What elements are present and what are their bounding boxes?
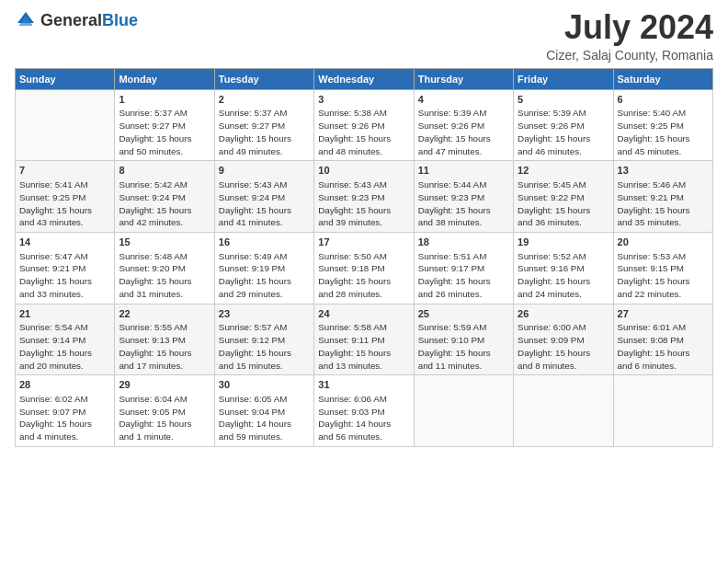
day-info: Sunrise: 5:57 AMSunset: 9:12 PMDaylight:… [219,321,310,372]
calendar-day-cell: 5Sunrise: 5:39 AMSunset: 9:26 PMDaylight… [514,89,613,161]
weekday-header-sunday: Sunday [16,68,115,89]
weekday-header-wednesday: Wednesday [314,68,414,89]
day-number: 11 [418,164,509,178]
day-info: Sunrise: 5:53 AMSunset: 9:15 PMDaylight:… [618,250,709,301]
calendar-page: GeneralBlue July 2024 Cizer, Salaj Count… [0,0,728,563]
day-number: 29 [119,378,210,392]
day-info: Sunrise: 5:38 AMSunset: 9:26 PMDaylight:… [318,107,409,157]
calendar-day-cell: 28Sunrise: 6:02 AMSunset: 9:07 PMDayligh… [16,375,115,447]
day-number: 18 [418,236,509,249]
day-number: 22 [119,307,210,321]
day-number: 2 [219,93,310,107]
day-info: Sunrise: 5:46 AMSunset: 9:21 PMDaylight:… [618,178,709,229]
empty-cell [613,375,712,447]
day-number: 23 [219,307,310,321]
day-info: Sunrise: 5:41 AMSunset: 9:25 PMDaylight:… [19,178,110,229]
title-block: July 2024 Cizer, Salaj County, Romania [546,9,713,63]
calendar-day-cell: 2Sunrise: 5:37 AMSunset: 9:27 PMDaylight… [214,89,313,161]
day-number: 4 [418,93,509,107]
day-info: Sunrise: 5:51 AMSunset: 9:17 PMDaylight:… [418,250,509,301]
day-info: Sunrise: 6:00 AMSunset: 9:09 PMDaylight:… [518,321,609,372]
day-info: Sunrise: 5:49 AMSunset: 9:19 PMDaylight:… [219,250,310,301]
weekday-header-friday: Friday [514,68,613,89]
calendar-day-cell: 9Sunrise: 5:43 AMSunset: 9:24 PMDaylight… [214,161,313,233]
empty-cell [414,375,513,447]
day-info: Sunrise: 5:55 AMSunset: 9:13 PMDaylight:… [119,321,210,372]
calendar-table: SundayMondayTuesdayWednesdayThursdayFrid… [15,68,713,447]
calendar-day-cell: 1Sunrise: 5:37 AMSunset: 9:27 PMDaylight… [115,89,214,161]
calendar-day-cell: 3Sunrise: 5:38 AMSunset: 9:26 PMDaylight… [314,89,414,161]
day-info: Sunrise: 6:02 AMSunset: 9:07 PMDaylight:… [19,393,110,443]
day-number: 5 [518,93,609,107]
day-info: Sunrise: 6:05 AMSunset: 9:04 PMDaylight:… [219,393,310,443]
calendar-day-cell: 22Sunrise: 5:55 AMSunset: 9:13 PMDayligh… [115,304,214,375]
calendar-day-cell: 19Sunrise: 5:52 AMSunset: 9:16 PMDayligh… [514,232,613,304]
day-info: Sunrise: 5:42 AMSunset: 9:24 PMDaylight:… [119,178,210,229]
calendar-week-row: 28Sunrise: 6:02 AMSunset: 9:07 PMDayligh… [16,375,713,447]
day-number: 1 [119,93,210,107]
day-number: 26 [518,307,609,321]
day-info: Sunrise: 5:44 AMSunset: 9:23 PMDaylight:… [418,178,509,229]
day-info: Sunrise: 6:06 AMSunset: 9:03 PMDaylight:… [318,393,409,443]
day-number: 30 [219,378,310,392]
day-number: 13 [618,164,709,178]
day-number: 14 [19,236,110,249]
day-info: Sunrise: 6:01 AMSunset: 9:08 PMDaylight:… [618,321,709,372]
day-number: 10 [318,164,409,178]
calendar-day-cell: 21Sunrise: 5:54 AMSunset: 9:14 PMDayligh… [16,304,115,375]
weekday-header-thursday: Thursday [414,68,513,89]
calendar-day-cell: 25Sunrise: 5:59 AMSunset: 9:10 PMDayligh… [414,304,513,375]
calendar-day-cell: 13Sunrise: 5:46 AMSunset: 9:21 PMDayligh… [613,161,712,233]
weekday-header-saturday: Saturday [613,68,712,89]
day-info: Sunrise: 5:43 AMSunset: 9:24 PMDaylight:… [219,178,310,229]
calendar-day-cell: 12Sunrise: 5:45 AMSunset: 9:22 PMDayligh… [514,161,613,233]
day-number: 7 [19,164,110,178]
day-info: Sunrise: 5:47 AMSunset: 9:21 PMDaylight:… [19,250,110,301]
day-info: Sunrise: 5:58 AMSunset: 9:11 PMDaylight:… [318,321,409,372]
day-number: 19 [518,236,609,249]
day-info: Sunrise: 5:43 AMSunset: 9:23 PMDaylight:… [318,178,409,229]
day-number: 8 [119,164,210,178]
calendar-week-row: 7Sunrise: 5:41 AMSunset: 9:25 PMDaylight… [16,161,713,233]
calendar-day-cell: 23Sunrise: 5:57 AMSunset: 9:12 PMDayligh… [214,304,313,375]
weekday-header-monday: Monday [115,68,214,89]
day-info: Sunrise: 5:37 AMSunset: 9:27 PMDaylight:… [219,107,310,157]
day-info: Sunrise: 5:50 AMSunset: 9:18 PMDaylight:… [318,250,409,301]
day-number: 28 [19,378,110,392]
day-number: 20 [618,236,709,249]
calendar-week-row: 1Sunrise: 5:37 AMSunset: 9:27 PMDaylight… [16,89,713,161]
calendar-day-cell: 7Sunrise: 5:41 AMSunset: 9:25 PMDaylight… [16,161,115,233]
day-info: Sunrise: 5:40 AMSunset: 9:25 PMDaylight:… [618,107,709,157]
logo-general: General [40,11,102,29]
day-info: Sunrise: 5:45 AMSunset: 9:22 PMDaylight:… [518,178,609,229]
day-info: Sunrise: 5:39 AMSunset: 9:26 PMDaylight:… [518,107,609,157]
day-number: 31 [318,378,409,392]
weekday-header-row: SundayMondayTuesdayWednesdayThursdayFrid… [16,68,713,89]
calendar-day-cell: 8Sunrise: 5:42 AMSunset: 9:24 PMDaylight… [115,161,214,233]
empty-cell [514,375,613,447]
calendar-day-cell: 4Sunrise: 5:39 AMSunset: 9:26 PMDaylight… [414,89,513,161]
logo: GeneralBlue [15,9,138,31]
calendar-day-cell: 17Sunrise: 5:50 AMSunset: 9:18 PMDayligh… [314,232,414,304]
day-number: 24 [318,307,409,321]
calendar-day-cell: 30Sunrise: 6:05 AMSunset: 9:04 PMDayligh… [214,375,313,447]
day-number: 27 [618,307,709,321]
calendar-day-cell: 6Sunrise: 5:40 AMSunset: 9:25 PMDaylight… [613,89,712,161]
calendar-day-cell: 24Sunrise: 5:58 AMSunset: 9:11 PMDayligh… [314,304,414,375]
month-title: July 2024 [546,9,713,46]
day-number: 21 [19,307,110,321]
calendar-day-cell: 31Sunrise: 6:06 AMSunset: 9:03 PMDayligh… [314,375,414,447]
day-number: 9 [219,164,310,178]
calendar-day-cell: 20Sunrise: 5:53 AMSunset: 9:15 PMDayligh… [613,232,712,304]
day-number: 6 [618,93,709,107]
calendar-day-cell: 16Sunrise: 5:49 AMSunset: 9:19 PMDayligh… [214,232,313,304]
calendar-day-cell: 10Sunrise: 5:43 AMSunset: 9:23 PMDayligh… [314,161,414,233]
day-info: Sunrise: 5:37 AMSunset: 9:27 PMDaylight:… [119,107,210,157]
calendar-day-cell: 14Sunrise: 5:47 AMSunset: 9:21 PMDayligh… [16,232,115,304]
calendar-week-row: 21Sunrise: 5:54 AMSunset: 9:14 PMDayligh… [16,304,713,375]
day-info: Sunrise: 5:39 AMSunset: 9:26 PMDaylight:… [418,107,509,157]
day-number: 17 [318,236,409,249]
weekday-header-tuesday: Tuesday [214,68,313,89]
calendar-day-cell: 29Sunrise: 6:04 AMSunset: 9:05 PMDayligh… [115,375,214,447]
calendar-day-cell: 26Sunrise: 6:00 AMSunset: 9:09 PMDayligh… [514,304,613,375]
